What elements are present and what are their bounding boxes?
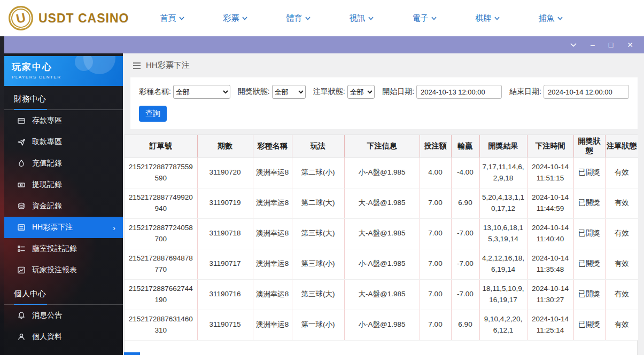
table-cell: 已開獎 bbox=[573, 279, 605, 310]
table-cell: 有效 bbox=[605, 188, 638, 218]
hamburger-menu-icon[interactable] bbox=[133, 62, 141, 69]
horizontal-scrollbar-thumb[interactable] bbox=[124, 352, 140, 355]
table-cell: -7.00 bbox=[451, 279, 479, 310]
brand: U USDT CASINO bbox=[9, 6, 129, 30]
chevron-down-icon bbox=[305, 17, 311, 20]
table-cell: 5,20,4,13,1,10,17,12 bbox=[479, 188, 527, 218]
table-cell: 7.00 bbox=[420, 218, 451, 249]
table-cell: 2152172887749920940 bbox=[125, 188, 197, 218]
table-cell: 2024-10-14 11:44:59 bbox=[527, 188, 573, 218]
nav-item-slots[interactable]: 電子 bbox=[412, 13, 437, 23]
lottery-ticket-icon bbox=[17, 223, 26, 232]
filter-panel: 彩種名稱: 全部 開獎狀態: 全部 注單狀態: 全部 開始日期: 結束日期: bbox=[130, 77, 638, 129]
nav-label: 棋牌 bbox=[475, 13, 491, 23]
nav-item-lottery[interactable]: 彩票 bbox=[223, 13, 247, 23]
table-cell: 有效 bbox=[605, 249, 638, 279]
window-close-icon[interactable]: ✕ bbox=[627, 41, 633, 49]
table-cell: 小-A盤@1.985 bbox=[344, 310, 420, 340]
background-page-strip bbox=[0, 36, 4, 355]
nav-item-sports[interactable]: 體育 bbox=[286, 13, 311, 23]
table-cell: 7.00 bbox=[420, 188, 451, 218]
table-cell: 31190719 bbox=[197, 188, 253, 218]
start-date-label: 開始日期: bbox=[382, 87, 414, 97]
recharge-icon bbox=[17, 159, 26, 168]
sidebar-item-player-bet-report[interactable]: 玩家投注報表 bbox=[4, 259, 123, 281]
hall-record-icon bbox=[17, 244, 26, 253]
start-date-input[interactable] bbox=[416, 85, 502, 99]
table-cell: 第一球(小) bbox=[292, 310, 344, 340]
table-cell: 18,11,5,10,9,16,19,17 bbox=[479, 279, 527, 310]
table-cell: 2152172887724058700 bbox=[125, 218, 197, 249]
table-cell: 9,10,4,2,20,6,12,1 bbox=[479, 310, 527, 340]
sidebar-item-hall-bet-record[interactable]: 廳室投註記錄 bbox=[4, 238, 123, 259]
chevron-down-icon bbox=[557, 17, 563, 20]
nav-item-fishing[interactable]: 捕魚 bbox=[538, 13, 563, 23]
nav-item-video[interactable]: 視訊 bbox=[349, 13, 374, 23]
sidebar-item-recharge-record[interactable]: 充值記錄 bbox=[4, 153, 123, 174]
table-cell: 2024-10-14 11:35:48 bbox=[527, 249, 573, 279]
sidebar-item-deposit[interactable]: 存款專區 bbox=[4, 110, 123, 131]
table-cell: 大-A盤@1.985 bbox=[344, 188, 420, 218]
cashout-icon bbox=[17, 180, 26, 189]
table-cell: 第二球(小) bbox=[292, 157, 344, 188]
table-cell: -7.00 bbox=[451, 249, 479, 279]
sidebar-item-label: 提現記錄 bbox=[32, 180, 62, 190]
table-header-cell: 開獎結果 bbox=[479, 135, 527, 157]
table-cell: 2024-10-14 11:30:27 bbox=[527, 279, 573, 310]
nav-item-cards[interactable]: 棋牌 bbox=[475, 13, 500, 23]
table-cell: 4,2,12,16,18,6,19,14 bbox=[479, 249, 527, 279]
brand-name: USDT CASINO bbox=[38, 11, 129, 26]
sidebar-item-profile[interactable]: 個人資料 bbox=[4, 326, 123, 348]
table-row: 215217288774992094031190719澳洲幸运8第二球(大)大-… bbox=[125, 188, 638, 218]
end-date-input[interactable] bbox=[544, 85, 629, 99]
sidebar-subtitle: PLAYERS CENTER bbox=[12, 75, 115, 80]
draw-status-select[interactable]: 全部 bbox=[272, 85, 306, 99]
chevron-down-icon bbox=[368, 17, 374, 20]
table-cell: 澳洲幸运8 bbox=[253, 157, 292, 188]
table-cell: 2024-10-14 11:25:14 bbox=[527, 310, 573, 340]
sidebar-item-label: 取款專區 bbox=[32, 137, 62, 147]
end-date-label: 結束日期: bbox=[509, 87, 541, 97]
window-minimize-icon[interactable]: – bbox=[591, 41, 595, 49]
window-maximize-icon[interactable]: □ bbox=[609, 41, 613, 49]
sidebar-item-hh-lottery-bets[interactable]: HH彩票下注 › bbox=[4, 217, 123, 238]
table-cell: 31190718 bbox=[197, 218, 253, 249]
table-cell: -4.00 bbox=[451, 157, 479, 188]
nav-item-home[interactable]: 首頁 bbox=[160, 13, 184, 23]
search-button[interactable]: 查詢 bbox=[139, 106, 167, 122]
chevron-down-icon bbox=[242, 17, 247, 20]
casino-logo-icon: U bbox=[6, 4, 36, 33]
nav-label: 捕魚 bbox=[538, 13, 554, 23]
sidebar-item-funds-record[interactable]: 資金記錄 bbox=[4, 195, 123, 217]
table-header-cell: 輸贏 bbox=[451, 135, 479, 157]
sidebar-item-announcements[interactable]: 消息公告 bbox=[4, 305, 123, 326]
table-header-cell: 訂單號 bbox=[125, 135, 197, 157]
sidebar-title: 玩家中心 bbox=[12, 61, 115, 73]
order-status-select[interactable]: 全部 bbox=[347, 85, 375, 99]
sidebar-item-withdraw[interactable]: 取款專區 bbox=[4, 131, 123, 153]
sidebar-item-label: 玩家投注報表 bbox=[32, 265, 77, 275]
draw-status-label: 開獎狀態: bbox=[238, 87, 270, 97]
table-cell: 澳洲幸运8 bbox=[253, 279, 292, 310]
table-cell: 第三球(大) bbox=[292, 279, 344, 310]
table-cell: 7,17,11,14,6,2,9,18 bbox=[479, 157, 527, 188]
bet-table: 訂單號期數彩種名稱玩法下注信息投注額輸贏開獎結果下注時間開獎狀態注單狀態 215… bbox=[125, 135, 638, 341]
sidebar-item-cashout-record[interactable]: 提現記錄 bbox=[4, 174, 123, 195]
table-cell: 有效 bbox=[605, 218, 638, 249]
table-cell: 大-A盤@1.985 bbox=[344, 218, 420, 249]
bell-icon bbox=[17, 311, 26, 320]
table-cell: 澳洲幸运8 bbox=[253, 310, 292, 340]
table-header-cell: 開獎狀態 bbox=[573, 135, 605, 157]
table-header-row: 訂單號期數彩種名稱玩法下注信息投注額輸贏開獎結果下注時間開獎狀態注單狀態 bbox=[125, 135, 638, 157]
lottery-name-select[interactable]: 全部 bbox=[173, 85, 230, 99]
sidebar-item-label: 消息公告 bbox=[32, 311, 62, 320]
nav-label: 視訊 bbox=[349, 13, 365, 23]
table-cell: 7.00 bbox=[420, 249, 451, 279]
table-row: 215217288772405870031190718澳洲幸运8第三球(大)大-… bbox=[125, 218, 638, 249]
table-cell: 澳洲幸运8 bbox=[253, 249, 292, 279]
table-header-cell: 玩法 bbox=[292, 135, 344, 157]
table-header: 訂單號期數彩種名稱玩法下注信息投注額輸贏開獎結果下注時間開獎狀態注單狀態 bbox=[125, 135, 638, 157]
main-content: HH彩票下注 彩種名稱: 全部 開獎狀態: 全部 注單狀態: 全部 bbox=[123, 53, 644, 355]
table-cell: 6.90 bbox=[451, 310, 479, 340]
window-collapse-icon[interactable] bbox=[570, 43, 577, 47]
